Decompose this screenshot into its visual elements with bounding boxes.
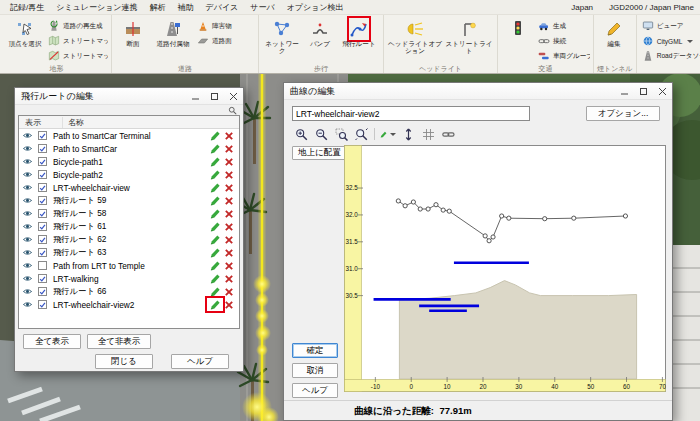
connect-traffic-button[interactable]: 接続 xyxy=(536,34,590,48)
delete-route-button[interactable] xyxy=(222,209,236,219)
cancel-button[interactable]: 取消 xyxy=(292,363,338,378)
help-button[interactable]: ヘルプ xyxy=(292,383,338,398)
viewer-button[interactable]: ビューア xyxy=(640,19,700,33)
route-checkbox[interactable] xyxy=(38,300,47,309)
vertical-scale-button[interactable] xyxy=(399,127,417,142)
help-button[interactable]: ヘルプ xyxy=(171,354,229,369)
visibility-eye-icon[interactable] xyxy=(22,131,35,140)
route-row[interactable]: 飛行ルート 61 xyxy=(19,220,239,233)
obstacle-button[interactable]: 障害物 xyxy=(195,19,255,33)
route-checkbox[interactable] xyxy=(38,274,47,283)
route-row[interactable]: 飛行ルート 66 xyxy=(19,285,239,298)
regenerate-road-button[interactable]: 道路の再生成 xyxy=(46,19,108,33)
visibility-eye-icon[interactable] xyxy=(22,209,35,218)
citygml-button[interactable]: CityGML xyxy=(640,34,700,48)
profile-chart[interactable]: 32.532.031.531.030.5-10010203040506070 xyxy=(344,145,666,392)
route-row[interactable]: LRT-walking xyxy=(19,272,239,285)
delete-route-button[interactable] xyxy=(222,170,236,180)
route-row[interactable]: Path from LRT to Temple xyxy=(19,259,239,272)
close-dialog-button[interactable]: 閉じる xyxy=(95,354,153,369)
edit-route-button[interactable] xyxy=(208,273,222,284)
edit-route-button[interactable] xyxy=(208,195,222,206)
delete-route-button[interactable] xyxy=(222,287,236,297)
route-checkbox[interactable] xyxy=(38,261,47,270)
route-checkbox[interactable] xyxy=(38,131,47,140)
delete-route-button[interactable] xyxy=(222,183,236,193)
route-checkbox[interactable] xyxy=(38,183,47,192)
route-row[interactable]: 飛行ルート 62 xyxy=(19,233,239,246)
close-button[interactable] xyxy=(653,83,672,99)
route-row[interactable]: Path to SmartCar Terminal xyxy=(19,129,239,142)
route-row[interactable]: LRT-wheelchair-view xyxy=(19,181,239,194)
edit-route-button[interactable] xyxy=(208,221,222,232)
tab-record-playback[interactable]: 記録/再生 xyxy=(4,1,50,14)
cross-section-button[interactable]: 断面 xyxy=(115,16,151,47)
edit-route-button[interactable] xyxy=(208,234,222,245)
column-header-name[interactable]: 名称 xyxy=(63,117,239,128)
delete-route-button[interactable] xyxy=(222,144,236,154)
edit-route-button[interactable] xyxy=(208,247,222,258)
edit-route-button[interactable] xyxy=(208,208,222,219)
delete-route-button[interactable] xyxy=(222,131,236,141)
edit-route-button[interactable] xyxy=(208,169,222,180)
delete-route-button[interactable] xyxy=(222,300,236,310)
edit-route-button[interactable] xyxy=(208,260,222,271)
road-accessory-button[interactable]: 道路付属物 xyxy=(152,16,194,47)
vehicle-group-button[interactable]: 車両グループ xyxy=(536,49,590,63)
visibility-eye-icon[interactable] xyxy=(22,222,35,231)
column-header-show[interactable]: 表示 xyxy=(19,117,63,128)
tab-device[interactable]: デバイス xyxy=(200,1,245,14)
visibility-eye-icon[interactable] xyxy=(22,274,35,283)
route-checkbox[interactable] xyxy=(38,196,47,205)
edit-mode-dropdown[interactable] xyxy=(379,127,397,142)
curve-dialog-titlebar[interactable]: 曲線の編集 xyxy=(284,83,672,100)
visibility-eye-icon[interactable] xyxy=(22,196,35,205)
options-button[interactable]: オプション... xyxy=(586,106,660,121)
visibility-eye-icon[interactable] xyxy=(22,300,35,309)
street-map-split-button[interactable]: ストリートマップの分割 xyxy=(46,49,108,63)
bump-button[interactable]: バンプ xyxy=(303,16,337,47)
confirm-button[interactable]: 確定 xyxy=(292,343,338,358)
route-row[interactable]: Bicycle-path2 xyxy=(19,168,239,181)
place-on-ground-button[interactable]: 地上に配置 xyxy=(292,146,347,160)
visibility-eye-icon[interactable] xyxy=(22,170,35,179)
visibility-eye-icon[interactable] xyxy=(22,144,35,153)
minimize-button[interactable] xyxy=(186,88,205,104)
grid-toggle-button[interactable] xyxy=(419,127,437,142)
tab-analysis[interactable]: 解析 xyxy=(144,1,172,14)
show-all-button[interactable]: 全て表示 xyxy=(23,334,81,349)
route-checkbox[interactable] xyxy=(38,144,47,153)
route-row[interactable]: 飛行ルート 58 xyxy=(19,207,239,220)
tab-simulation-link[interactable]: シミュレーション連携 xyxy=(50,1,143,14)
route-checkbox[interactable] xyxy=(38,209,47,218)
visibility-eye-icon[interactable] xyxy=(22,235,35,244)
route-checkbox[interactable] xyxy=(38,157,47,166)
delete-route-button[interactable] xyxy=(222,222,236,232)
route-checkbox[interactable] xyxy=(38,235,47,244)
visibility-eye-icon[interactable] xyxy=(22,183,35,192)
delete-route-button[interactable] xyxy=(222,248,236,258)
visibility-eye-icon[interactable] xyxy=(22,287,35,296)
curve-name-input[interactable] xyxy=(292,106,530,121)
route-row[interactable]: LRT-wheelchair-view2 xyxy=(19,298,239,311)
route-checkbox[interactable] xyxy=(38,287,47,296)
hide-all-button[interactable]: 全て非表示 xyxy=(87,334,151,349)
edit-route-button[interactable] xyxy=(208,182,222,193)
route-checkbox[interactable] xyxy=(38,170,47,179)
link-button[interactable] xyxy=(439,127,457,142)
flight-route-button[interactable]: 飛行ルート xyxy=(338,16,380,47)
tab-server[interactable]: サーバ xyxy=(244,1,280,14)
visibility-eye-icon[interactable] xyxy=(22,157,35,166)
zoom-in-button[interactable] xyxy=(292,127,310,142)
delete-route-button[interactable] xyxy=(222,274,236,284)
edit-route-button[interactable] xyxy=(208,156,222,167)
traffic-signal-button[interactable] xyxy=(501,16,535,40)
edit-route-button[interactable] xyxy=(208,143,222,154)
tab-assist[interactable]: 補助 xyxy=(172,1,200,14)
maximize-button[interactable] xyxy=(634,83,653,99)
generate-traffic-button[interactable]: 生成 xyxy=(536,19,590,33)
route-row[interactable]: 飛行ルート 63 xyxy=(19,246,239,259)
visibility-eye-icon[interactable] xyxy=(22,248,35,257)
flight-dialog-titlebar[interactable]: 飛行ルートの編集 xyxy=(15,88,243,105)
route-checkbox[interactable] xyxy=(38,222,47,231)
